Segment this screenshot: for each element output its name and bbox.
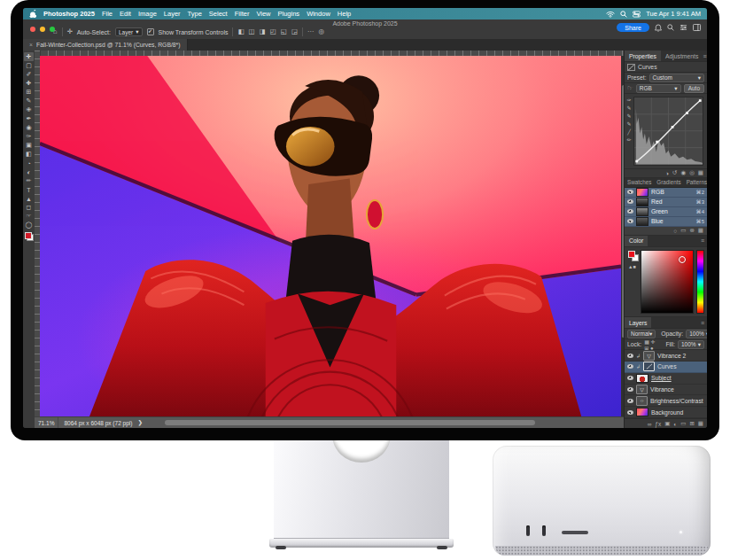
align-bottom-icon[interactable]: ◲	[291, 28, 298, 35]
new-group-icon[interactable]: ▭	[680, 420, 686, 427]
layer-row-curves[interactable]: ↳ Curves	[625, 362, 707, 373]
foreground-color-swatch[interactable]	[628, 251, 635, 258]
home-icon[interactable]: ⌂	[53, 28, 58, 35]
tab-properties[interactable]: Properties	[625, 51, 661, 61]
foreground-background-swatches[interactable]	[25, 232, 34, 241]
eye-icon[interactable]	[627, 209, 633, 214]
eye-icon[interactable]	[627, 199, 633, 204]
more-options-icon[interactable]: ···	[307, 28, 315, 35]
transform-controls-checkbox[interactable]: ✓	[147, 28, 154, 35]
brush-tool[interactable]: ✒	[24, 114, 34, 123]
curve-edit-icon[interactable]: ✑	[626, 97, 631, 103]
horizontal-scrollbar[interactable]	[146, 417, 621, 428]
align-center-icon[interactable]: ◫	[249, 28, 255, 35]
blur-tool[interactable]: ◔	[24, 159, 34, 167]
marquee-tool[interactable]: ▢	[24, 61, 34, 70]
black-point-eyedropper-icon[interactable]: ✎	[626, 105, 631, 111]
panel-menu-icon[interactable]: ≡	[701, 237, 707, 244]
delete-icon[interactable]: ▦	[698, 169, 703, 176]
zoom-tool[interactable]: ◯	[24, 221, 34, 229]
menu-help[interactable]: Help	[338, 10, 351, 18]
shape-tool[interactable]: ◻	[24, 203, 34, 212]
layer-row-subject[interactable]: Subject	[625, 373, 707, 385]
load-selection-icon[interactable]: ○	[673, 228, 677, 234]
menu-window[interactable]: Window	[307, 10, 330, 18]
pen-tool[interactable]: ✏	[24, 176, 34, 185]
search-icon[interactable]	[620, 11, 627, 18]
channel-row-rgb[interactable]: RGB ⌘2	[625, 188, 707, 198]
layer-row-background[interactable]: Background	[625, 407, 707, 418]
menu-select[interactable]: Select	[209, 10, 228, 18]
new-adjustment-layer-icon[interactable]: ◐	[673, 421, 677, 427]
move-tool[interactable]: ✛	[24, 52, 34, 61]
layer-row-vibrance[interactable]: ▽ Vibrance	[625, 385, 707, 396]
panel-menu-icon[interactable]: ≡	[703, 53, 707, 59]
opacity-dropdown[interactable]: 100%▾	[686, 330, 707, 338]
canvas-image[interactable]	[40, 56, 621, 417]
color-marker[interactable]	[679, 256, 686, 263]
fill-dropdown[interactable]: 100%▾	[678, 340, 704, 349]
type-tool[interactable]: T	[24, 185, 34, 194]
channel-row-blue[interactable]: Blue ⌘5	[625, 217, 707, 227]
align-top-icon[interactable]: ◰	[270, 28, 276, 35]
preset-dropdown[interactable]: Custom▾	[649, 74, 704, 82]
lasso-tool[interactable]: ✐	[24, 70, 34, 79]
magic-wand-tool[interactable]: ✚	[24, 79, 34, 88]
tab-swatches[interactable]: Swatches	[625, 178, 654, 187]
eye-icon[interactable]	[627, 190, 633, 194]
auto-select-dropdown[interactable]: Layer▾	[115, 27, 143, 36]
white-point-eyedropper-icon[interactable]: ✎	[626, 121, 631, 127]
dodge-tool[interactable]: ◐	[24, 167, 34, 176]
hue-slider[interactable]	[696, 250, 704, 315]
notifications-bell-icon[interactable]	[655, 24, 662, 32]
control-center-icon[interactable]	[633, 11, 641, 18]
channel-row-green[interactable]: Green ⌘4	[625, 207, 707, 217]
eye-icon[interactable]	[627, 376, 633, 380]
eyedropper-tool[interactable]: ✎	[24, 97, 34, 105]
delete-channel-icon[interactable]: ▦	[698, 227, 703, 234]
menu-plugins[interactable]: Plugins	[278, 10, 300, 18]
layer-name[interactable]: Subject	[651, 375, 672, 381]
move-tool-icon[interactable]: ✛	[67, 28, 73, 35]
draw-curve-icon[interactable]: ╱	[627, 128, 631, 135]
layer-name[interactable]: Vibrance 2	[657, 353, 686, 359]
tab-patterns[interactable]: Patterns	[684, 178, 707, 187]
menu-filter[interactable]: Filter	[235, 10, 250, 18]
delete-layer-icon[interactable]: ▦	[698, 420, 703, 427]
menu-file[interactable]: File	[102, 10, 113, 18]
new-channel-icon[interactable]: ⊗	[689, 227, 694, 234]
targeted-adjustment-icon[interactable]: ☞	[627, 85, 633, 92]
gradient-tool[interactable]: ◧	[24, 150, 34, 159]
blend-mode-dropdown[interactable]: Normal▾	[627, 330, 656, 338]
layer-name[interactable]: Curves	[657, 363, 677, 369]
menu-view[interactable]: View	[256, 10, 270, 18]
layer-name[interactable]: Vibrance	[650, 386, 674, 393]
crop-tool[interactable]: ⊞	[24, 88, 34, 97]
minimize-window-button[interactable]	[40, 27, 45, 32]
menu-layer[interactable]: Layer	[164, 10, 181, 18]
healing-brush-tool[interactable]: ✙	[24, 105, 34, 114]
history-brush-tool[interactable]: ✑	[24, 132, 34, 141]
align-middle-icon[interactable]: ◱	[281, 28, 287, 35]
panel-menu-icon[interactable]: ≡	[701, 320, 707, 326]
layer-row-brightness-contrast[interactable]: ☼ Brightness/Contrast	[625, 395, 707, 407]
layer-effects-icon[interactable]: ƒx	[655, 421, 661, 427]
eye-icon[interactable]	[627, 410, 633, 415]
menu-edit[interactable]: Edit	[120, 10, 131, 18]
eraser-tool[interactable]: ▣	[24, 141, 34, 150]
document-tab[interactable]: × Fall-Winter-Collection.psd @ 71.1% (Cu…	[23, 39, 188, 51]
path-select-tool[interactable]: ▲	[24, 194, 34, 203]
add-mask-icon[interactable]: ▣	[664, 420, 670, 427]
channel-dropdown[interactable]: RGB▾	[636, 84, 681, 93]
wifi-icon[interactable]	[606, 11, 615, 18]
workspace-settings-icon[interactable]	[680, 24, 687, 31]
new-layer-icon[interactable]: ⊞	[689, 420, 694, 427]
reset-icon[interactable]: ↺	[672, 169, 677, 176]
tab-adjustments[interactable]: Adjustments	[661, 51, 703, 61]
zoom-level[interactable]: 71.1%	[35, 417, 58, 428]
smooth-curve-icon[interactable]: ✏	[626, 136, 631, 143]
visibility-icon[interactable]: ◎	[689, 169, 695, 176]
eye-icon[interactable]	[627, 364, 633, 369]
workspace-layout-icon[interactable]	[693, 24, 702, 31]
search-icon[interactable]	[667, 24, 674, 31]
